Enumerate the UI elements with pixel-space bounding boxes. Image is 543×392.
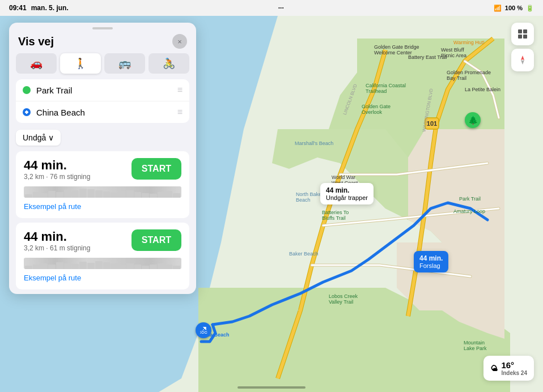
avoid-button[interactable]: Undgå ∨ — [16, 130, 61, 146]
map-label-golden-gate-welcome: Golden Gate BridgeWelcome Center — [374, 44, 419, 56]
map-label-amatury-loop: Amatury Loop — [453, 208, 485, 214]
destination-dot — [23, 108, 31, 116]
elev-bar — [142, 193, 149, 198]
park-trail-pin-circle: 🌲 — [465, 112, 481, 128]
route-card-2: 44 min. 3,2 km · 61 m stigning START — [16, 223, 189, 289]
elev-bar — [166, 191, 173, 198]
chevron-down-icon: ∨ — [48, 133, 54, 142]
route-info-2: 44 min. 3,2 km · 61 m stigning — [24, 229, 90, 255]
elev-bar — [126, 190, 134, 198]
china-beach-pin-circle: 🏖 — [196, 322, 211, 338]
avoid-row: Undgå ∨ — [9, 127, 196, 151]
elev-bar — [95, 261, 103, 269]
compass-button[interactable] — [511, 49, 534, 71]
time: 09:41 — [9, 4, 27, 12]
layers-button[interactable] — [511, 23, 534, 45]
weather-badge: 🌤 16° Indeks 24 — [483, 356, 534, 381]
tab-transit[interactable]: 🚌 — [104, 53, 145, 74]
elev-bar — [134, 192, 142, 198]
route-example-link-2[interactable]: Eksempel på rute — [24, 274, 81, 282]
battery-label: 100 % — [505, 5, 523, 11]
elev-bar — [64, 190, 71, 198]
map-label-north-baker: North BakerBeach — [296, 191, 323, 203]
svg-rect-3 — [518, 29, 522, 33]
start-button-1[interactable]: START — [131, 158, 181, 180]
map-label-marshalls-beach: Marshall's Beach — [295, 140, 333, 146]
destination-drag-handle[interactable]: ≡ — [177, 107, 183, 117]
elev-bar — [41, 263, 48, 269]
start-button-2[interactable]: START — [131, 229, 181, 251]
tab-walk[interactable]: 🚶 — [60, 53, 101, 74]
weather-icon: 🌤 — [490, 364, 498, 373]
status-bar: 09:41 man. 5. jun. ··· 📶 100 % 🔋 — [0, 0, 543, 16]
elevation-chart-1 — [24, 186, 181, 198]
close-button[interactable]: × — [172, 34, 187, 49]
status-right: 📶 100 % 🔋 — [494, 5, 534, 12]
origin-drag-handle[interactable]: ≡ — [177, 85, 183, 95]
drag-handle[interactable] — [92, 27, 113, 29]
transport-tabs: 🚗 🚶 🚌 🚴 — [9, 53, 196, 79]
elevation-chart-2 — [24, 258, 181, 269]
route-details-1: 3,2 km · 76 m stigning — [24, 173, 90, 181]
callout-line2: Undgår trapper — [326, 194, 368, 201]
elev-bar — [72, 190, 79, 198]
elev-bar — [79, 189, 87, 198]
elev-bar — [166, 265, 173, 269]
panel-header: Vis vej × — [9, 32, 196, 53]
elev-bar — [33, 265, 40, 269]
map-label-california-coastal: California CoastalTrailhead — [366, 83, 406, 94]
elev-bar — [95, 190, 103, 198]
waypoints-container: Park Trail ≡ China Beach ≡ — [16, 79, 189, 123]
elevation-bars-2 — [24, 258, 181, 269]
dots-icon: ··· — [278, 4, 284, 12]
route-callout-suggestion[interactable]: 44 min. Forslag — [414, 251, 448, 272]
elev-bar — [126, 263, 134, 269]
elev-bar — [103, 191, 111, 198]
waypoint-origin[interactable]: Park Trail ≡ — [16, 79, 189, 101]
origin-dot — [23, 86, 31, 94]
elev-bar — [72, 264, 79, 269]
tab-car[interactable]: 🚗 — [16, 53, 57, 74]
route-info-1: 44 min. 3,2 km · 76 m stigning — [24, 158, 90, 184]
map-label-mountain-lake: MountainLake Park — [464, 340, 487, 351]
map-label-lobos-creek: Lobos CreekValley Trail — [329, 293, 358, 305]
navigation-panel: Vis vej × 🚗 🚶 🚌 🚴 Park Trail ≡ China Bea… — [9, 23, 196, 294]
elev-bar — [142, 266, 149, 269]
weather-temp: 16° — [501, 360, 527, 370]
index-label: Indeks 24 — [501, 370, 527, 376]
elev-bar — [33, 192, 40, 198]
panel-title: Vis vej — [18, 35, 54, 48]
elev-bar — [118, 265, 126, 269]
callout-line1: 44 min. — [326, 186, 368, 194]
tab-bike[interactable]: 🚴 — [149, 53, 189, 74]
avoid-label: Undgå — [23, 133, 46, 142]
route-example-link-1[interactable]: Eksempel på rute — [24, 202, 81, 211]
elev-bar — [173, 193, 180, 198]
route-callout-avoid-stairs[interactable]: 44 min. Undgår trapper — [320, 183, 374, 204]
elev-bar — [158, 192, 165, 198]
origin-label: Park Trail — [36, 86, 172, 95]
map-label-batteries-bluffs: Batteries ToBluffs Trail — [322, 210, 349, 221]
elev-bar — [25, 194, 32, 198]
date: man. 5. jun. — [31, 4, 69, 12]
elev-bar — [111, 193, 118, 198]
callout-blue-line2: Forslag — [419, 262, 443, 269]
elev-bar — [79, 262, 87, 269]
waypoint-destination[interactable]: China Beach ≡ — [16, 101, 189, 123]
elev-bar — [56, 262, 63, 269]
wifi-icon: 📶 — [494, 5, 502, 12]
route-time-2: 44 min. — [24, 229, 90, 244]
battery-icon: 🔋 — [526, 5, 534, 12]
callout-blue-line1: 44 min. — [419, 254, 443, 262]
svg-rect-5 — [518, 35, 522, 39]
elev-bar — [150, 265, 157, 269]
elev-bar — [87, 189, 95, 198]
map-label-warming-hut: Warming Hut! — [453, 40, 485, 45]
svg-marker-7 — [521, 56, 524, 60]
elev-bar — [134, 265, 142, 269]
map-label-golden-gate-overlook: Golden GateOverlook — [362, 104, 391, 115]
route-header-1: 44 min. 3,2 km · 76 m stigning START — [24, 158, 181, 184]
route-header-2: 44 min. 3,2 km · 61 m stigning START — [24, 229, 181, 255]
map-label-la-petite: La Petite Balein — [465, 87, 500, 92]
elev-bar — [111, 263, 118, 269]
